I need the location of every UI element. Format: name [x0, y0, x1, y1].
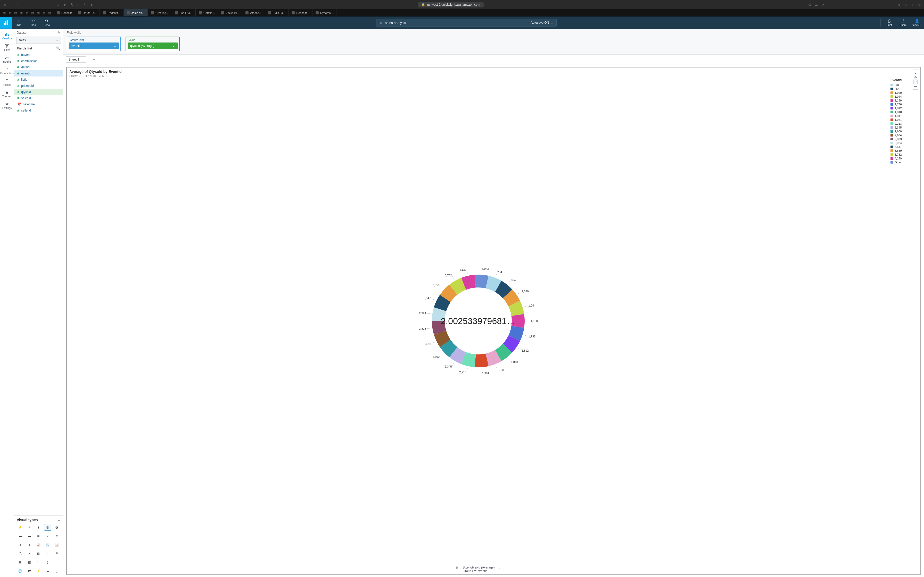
newtab-icon[interactable]: ＋	[911, 3, 915, 7]
legend-item[interactable]: 2,345	[890, 126, 918, 129]
visual-type-option[interactable]: ◍	[44, 524, 51, 530]
add-button[interactable]: ＋Add	[12, 19, 26, 27]
browser-tab[interactable]: Lab | Za...	[172, 9, 195, 16]
field-commission[interactable]: #commission	[14, 58, 63, 64]
visual-type-option[interactable]: 📊	[53, 542, 60, 548]
field-qtysold[interactable]: #qtysold	[14, 89, 63, 95]
visual-type-option[interactable]: ↗	[26, 550, 33, 557]
legend-item[interactable]: 3,547	[890, 145, 918, 148]
legend-item[interactable]: 1,736	[890, 103, 918, 106]
legend-item[interactable]: 2,600	[890, 130, 918, 133]
field-sellerid[interactable]: #sellerid	[14, 107, 63, 114]
legend-item[interactable]: 3,559	[890, 149, 918, 152]
add-sheet-button[interactable]: ＋	[90, 57, 97, 62]
translate-icon[interactable]: ☁	[814, 3, 818, 6]
browser-tab[interactable]: Dynamo...	[312, 9, 336, 16]
tabgroup-icon[interactable]: ▦	[41, 10, 47, 15]
legend-item[interactable]: 4,139	[890, 157, 918, 160]
field-listid[interactable]: #listid	[14, 76, 63, 83]
rail-item-actions[interactable]: Actions	[0, 77, 14, 88]
field-pricepaid[interactable]: #pricepaid	[14, 83, 63, 89]
print-button[interactable]: ⎙Print	[882, 19, 896, 27]
chevron-down-icon[interactable]: ⌄	[491, 570, 493, 573]
visual-type-option[interactable]: ↕	[26, 524, 33, 530]
visual-type-option[interactable]: ◕	[53, 524, 60, 530]
visual-canvas[interactable]: 2.002533979681… Other2348541,0201,0441,1…	[66, 67, 921, 575]
legend-item[interactable]: 1,941	[890, 114, 918, 118]
collapse-field-wells-icon[interactable]: ⌃	[918, 31, 921, 34]
reader-icon[interactable]: ⧉	[808, 3, 812, 6]
rail-item-parameters[interactable]: Parameters	[0, 65, 14, 76]
field-salesid[interactable]: #salesid	[14, 95, 63, 101]
visual-type-option[interactable]: ≣	[35, 533, 42, 539]
ext-icon-3[interactable]: ◌	[76, 3, 81, 6]
maximize-icon[interactable]: ⤢	[913, 80, 918, 84]
visual-type-option[interactable]: ⫿	[17, 542, 24, 548]
chevron-down-icon[interactable]: ⌄	[499, 566, 501, 569]
visual-type-option[interactable]: ⊞	[17, 559, 24, 566]
settings-icon[interactable]: ⚙	[914, 75, 917, 80]
more-icon[interactable]: ⋯	[914, 84, 917, 89]
share-icon[interactable]: ⇪	[904, 3, 908, 6]
tabgroup-icon[interactable]: ▦	[36, 10, 41, 15]
ext-icon[interactable]: ⌂	[56, 3, 60, 6]
user-menu[interactable]: 👤ZacksS...	[910, 19, 924, 27]
visual-type-option[interactable]: ⚡	[35, 568, 42, 574]
browser-tab[interactable]: Athena...	[242, 9, 265, 16]
browser-tab[interactable]: EMR La...	[265, 9, 289, 16]
chevron-down-icon[interactable]: ⌄	[57, 518, 60, 522]
sheet-tab[interactable]: Sheet 1⌄	[66, 56, 86, 63]
dataset-select[interactable]: sales ⌄	[16, 37, 61, 44]
browser-tab[interactable]: Certifie...	[195, 9, 218, 16]
edit-dataset-icon[interactable]: ✎	[58, 31, 60, 34]
tabgroup-icon[interactable]: ▦	[47, 10, 52, 15]
browser-tab[interactable]: Zacks Bl...	[218, 9, 242, 16]
address-bar[interactable]: 🔒 us-west-2.quicksight.aws.amazon.com	[418, 2, 484, 8]
tabs-icon[interactable]: ⧉	[917, 3, 921, 6]
analysis-title-bar[interactable]: ☆ sales analysis Autosave ON⌄	[376, 19, 557, 27]
tabgroup-icon[interactable]: ▦	[19, 10, 24, 15]
legend-item[interactable]: 2,823	[890, 137, 918, 141]
visual-type-option[interactable]: ▬	[17, 533, 24, 539]
donut-chart[interactable]: 2.002533979681… Other2348541,0201,0441,1…	[67, 68, 890, 574]
legend-item[interactable]: 2,634	[890, 134, 918, 137]
search-fields-icon[interactable]: 🔍	[56, 47, 60, 50]
tabgroup-icon[interactable]: ▦	[30, 10, 35, 15]
visual-type-option[interactable]: ⚡	[17, 524, 24, 530]
visual-type-option[interactable]: ⬚	[53, 568, 60, 574]
browser-tab[interactable]: Route Ta...	[75, 9, 100, 16]
nav-back-icon[interactable]: 〈	[9, 3, 13, 7]
undo-button[interactable]: ↶Undo	[26, 19, 40, 27]
legend-item[interactable]: 1,020	[890, 91, 918, 94]
value-well[interactable]: Value qtysold (Average)⌄	[126, 37, 180, 51]
field-saletime[interactable]: 📅saletime	[14, 101, 63, 107]
legend-item[interactable]: 1,044	[890, 95, 918, 98]
field-dateid[interactable]: #dateid	[14, 64, 63, 70]
legend-item[interactable]: 1,812	[890, 106, 918, 110]
legend-item[interactable]: 1,150	[890, 99, 918, 102]
value-pill[interactable]: qtysold (Average)⌄	[128, 42, 178, 49]
expand-icon[interactable]: ⌄	[914, 70, 917, 75]
group-color-well[interactable]: Group/Color eventid⌄	[67, 37, 121, 51]
star-icon[interactable]: ☆	[380, 21, 383, 25]
sidebar-toggle-icon[interactable]: ▥	[3, 3, 7, 6]
legend-item[interactable]: 1,981	[890, 118, 918, 121]
field-eventid[interactable]: #eventid	[14, 70, 63, 76]
browser-tab[interactable]: Redshift...	[100, 9, 124, 16]
legend-item[interactable]: 3,752	[890, 153, 918, 156]
visual-type-option[interactable]: 📈	[35, 542, 42, 548]
visual-type-option[interactable]: ☁	[44, 568, 51, 574]
rail-item-filter[interactable]: Filter	[0, 42, 14, 53]
visual-type-option[interactable]: ▪	[44, 533, 51, 539]
visual-type-option[interactable]: 🌐	[17, 568, 24, 574]
ext-icon-5[interactable]: ◐	[90, 3, 94, 6]
reload-icon[interactable]: ⟳	[821, 3, 825, 6]
quicksight-logo[interactable]	[0, 17, 12, 29]
rail-item-insights[interactable]: Insights	[0, 53, 14, 64]
visual-type-option[interactable]: ⫾	[26, 542, 33, 548]
browser-tab[interactable]: Redshift	[53, 9, 75, 16]
legend-item[interactable]: 1,818	[890, 111, 918, 114]
legend-item[interactable]: 2,213	[890, 122, 918, 125]
nav-forward-icon[interactable]: 〉	[16, 3, 20, 7]
visual-type-option[interactable]: 〽	[17, 550, 24, 557]
